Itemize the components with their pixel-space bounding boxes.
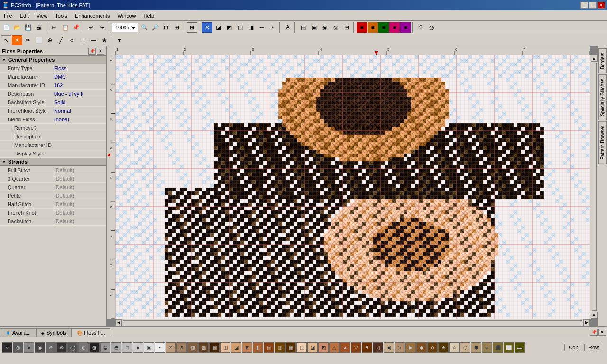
color4-button[interactable]: ■ <box>389 22 400 33</box>
swatch-1[interactable]: ◎ <box>13 342 23 353</box>
swatch-22[interactable]: ◩ <box>242 342 252 353</box>
backstitch-button[interactable]: ─ <box>257 22 267 33</box>
swatch-32[interactable]: ▽ <box>351 342 361 353</box>
swatch-46[interactable]: ⬜ <box>504 342 514 353</box>
tab-floss-palette[interactable]: 🎨 Floss P... <box>72 328 110 337</box>
canvas-scroll[interactable] <box>115 55 590 318</box>
swatch-5[interactable]: ⊗ <box>56 342 67 353</box>
view-btn1[interactable]: ▤ <box>298 22 308 33</box>
swatch-30[interactable]: △ <box>329 342 340 353</box>
swatch-21[interactable]: ◪ <box>231 342 241 353</box>
swatch-6[interactable]: ◯ <box>67 342 78 353</box>
french-knot-button[interactable]: • <box>267 22 278 33</box>
cut-button[interactable]: ✂ <box>49 22 59 33</box>
swatch-34[interactable]: ◁ <box>373 342 383 353</box>
strands-header[interactable]: ▼ Strands <box>0 158 106 166</box>
half-button[interactable]: ◨ <box>246 22 256 33</box>
maximize-button[interactable]: □ <box>589 2 597 9</box>
scroll-down-button[interactable]: ▼ <box>591 312 598 318</box>
scroll-up-button[interactable]: ▲ <box>591 55 598 62</box>
swatch-43[interactable]: ⬢ <box>471 342 481 353</box>
tab-symbols[interactable]: ◈ Symbols <box>36 328 72 337</box>
swatch-13[interactable]: ▣ <box>144 342 154 353</box>
swatch-25[interactable]: ▥ <box>275 342 285 353</box>
tb-btn7[interactable]: A <box>283 22 293 33</box>
new-button[interactable]: 📄 <box>1 22 11 33</box>
swatch-36[interactable]: ▷ <box>395 342 405 353</box>
menu-file[interactable]: File <box>0 12 16 19</box>
menu-help[interactable]: Help <box>140 12 158 19</box>
swatch-28[interactable]: ◪ <box>307 342 318 353</box>
swatch-18[interactable]: ▨ <box>198 342 209 353</box>
paste-button[interactable]: 📌 <box>71 22 81 33</box>
select-tool[interactable]: ↖ <box>1 35 11 46</box>
scroll-right-button[interactable]: ▶ <box>583 319 590 326</box>
swatch-31[interactable]: ▲ <box>340 342 350 353</box>
zoom-fit-button[interactable]: ⊡ <box>161 22 171 33</box>
color2-button[interactable]: ■ <box>368 22 378 33</box>
swatch-14[interactable]: ▪ <box>155 342 165 353</box>
pattern-browser-tab[interactable]: Pattern Browser <box>598 121 607 164</box>
zoom-out-button[interactable]: 🔎 <box>150 22 160 33</box>
swatch-16[interactable]: ✗ <box>176 342 187 353</box>
quarter-button[interactable]: ◩ <box>224 22 234 33</box>
open-button[interactable]: 📂 <box>12 22 22 33</box>
swatch-2[interactable]: ● <box>24 342 34 353</box>
swatch-19[interactable]: ▦ <box>209 342 220 353</box>
scrollbar-vertical[interactable]: ▲ ▼ <box>590 55 598 318</box>
color3-button[interactable]: ■ <box>378 22 389 33</box>
swatch-35[interactable]: ◀ <box>384 342 394 353</box>
cross-tool[interactable]: ✕ <box>12 35 22 46</box>
swatch-26[interactable]: ▦ <box>285 342 296 353</box>
spray-tool[interactable]: ⊕ <box>45 35 55 46</box>
palette-close-button[interactable]: ✕ <box>598 329 606 336</box>
swatch-8[interactable]: ◑ <box>89 342 100 353</box>
zoom-in-button[interactable]: 🔍 <box>139 22 149 33</box>
pencil-tool[interactable]: ✏ <box>23 35 33 46</box>
circle-tool[interactable]: ○ <box>66 35 77 46</box>
eraser-tool[interactable]: ⬜ <box>34 35 44 46</box>
minimize-button[interactable]: _ <box>580 2 588 9</box>
menu-window[interactable]: Window <box>113 12 139 19</box>
swatch-17[interactable]: ▩ <box>187 342 198 353</box>
swatch-7[interactable]: ◐ <box>78 342 89 353</box>
swatch-24[interactable]: ▤ <box>264 342 274 353</box>
undo-button[interactable]: ↩ <box>86 22 96 33</box>
swatch-11[interactable]: □ <box>122 342 132 353</box>
menu-tools[interactable]: Tools <box>51 12 71 19</box>
menu-edit[interactable]: Edit <box>16 12 33 19</box>
panel-close-button[interactable]: ✕ <box>97 48 104 55</box>
swatch-12[interactable]: ■ <box>133 342 143 353</box>
close-button[interactable]: ✕ <box>598 2 605 9</box>
view-btn2[interactable]: ▣ <box>309 22 319 33</box>
view-btn4[interactable]: ◎ <box>331 22 341 33</box>
save-button[interactable]: 💾 <box>23 22 33 33</box>
swatch-39[interactable]: ◇ <box>427 342 438 353</box>
panel-pin-button[interactable]: 📌 <box>88 48 96 55</box>
swatch-38[interactable]: ◆ <box>416 342 427 353</box>
zoom-select[interactable]: 100% 50% 200% <box>113 24 137 31</box>
menu-enhancements[interactable]: Enhancements <box>71 12 113 19</box>
swatch-33[interactable]: ▼ <box>362 342 372 353</box>
full-cross-button[interactable]: ✕ <box>202 22 212 33</box>
scroll-thumb-v[interactable] <box>592 63 597 311</box>
erase-line-tool[interactable]: — <box>88 35 99 46</box>
color5-button[interactable]: ■ <box>400 22 411 33</box>
swatch-37[interactable]: ▶ <box>405 342 416 353</box>
scrollbar-horizontal[interactable]: ◀ ▶ <box>115 318 590 326</box>
swatch-44[interactable]: ◈ <box>482 342 492 353</box>
zoom-box[interactable]: 100% 50% 200% <box>112 23 138 32</box>
specialty-stitches-tab[interactable]: Specialty Stitches <box>598 74 607 120</box>
swatch-15[interactable]: ✕ <box>166 342 176 353</box>
help-button[interactable]: ? <box>415 22 426 33</box>
star-tool[interactable]: ★ <box>99 35 110 46</box>
print-button[interactable]: 🖨 <box>34 22 44 33</box>
view-btn3[interactable]: ◉ <box>320 22 330 33</box>
swatch-42[interactable]: ⬡ <box>460 342 470 353</box>
swatch-4[interactable]: ⊕ <box>46 342 56 353</box>
scroll-thumb-h[interactable] <box>123 320 582 325</box>
swatch-9[interactable]: ◒ <box>100 342 110 353</box>
color1-button[interactable]: ■ <box>357 22 367 33</box>
view-btn5[interactable]: ⊟ <box>341 22 352 33</box>
rectangle-tool[interactable]: □ <box>77 35 88 46</box>
